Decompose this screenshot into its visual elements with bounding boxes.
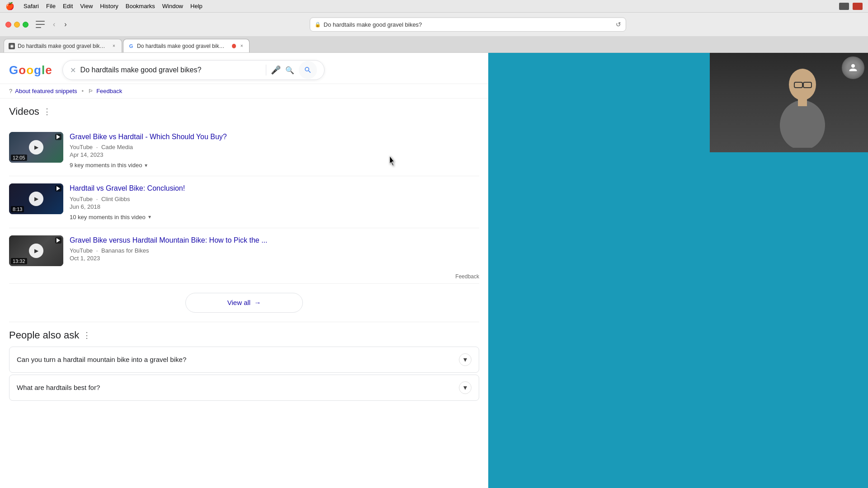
yt-badge-1 (55, 134, 61, 140)
yt-badge-2 (55, 185, 61, 192)
video-meta-2: YouTube · Clint Gibbs (70, 196, 479, 202)
search-divider (266, 65, 266, 75)
tab-1[interactable]: ◉ Do hardtails make good gravel bikes? × (4, 39, 122, 52)
video-channel-2: Clint Gibbs (101, 196, 130, 202)
webcam-content (710, 53, 868, 152)
search-box[interactable]: ✕ Do hardtails make good gravel bikes? 🎤… (62, 60, 325, 80)
key-moments-1[interactable]: 9 key moments in this video ▾ (70, 162, 479, 169)
key-moments-label-1: 9 key moments in this video (70, 162, 142, 169)
search-clear-icon[interactable]: ✕ (70, 66, 76, 75)
menubar-view[interactable]: View (80, 3, 93, 9)
search-submit-button[interactable] (299, 61, 317, 79)
search-mic-icon[interactable]: 🎤 (271, 65, 281, 75)
video-date-3: Oct 1, 2023 (70, 255, 479, 262)
menubar-bookmarks[interactable]: Bookmarks (126, 3, 155, 9)
forward-button[interactable]: › (61, 19, 69, 30)
snippet-bar: ? About featured snippets • 🏳 Feedback (0, 84, 488, 99)
menubar-help[interactable]: Help (190, 3, 203, 9)
traffic-lights (5, 22, 28, 28)
video-thumbnail-2[interactable]: ▶ 8:13 (9, 183, 63, 214)
paa-menu-icon[interactable]: ⋮ (83, 331, 91, 339)
tab-2-close[interactable]: × (239, 43, 245, 49)
videos-menu-icon[interactable]: ⋮ (43, 108, 51, 116)
video-channel-1: Cade Media (101, 144, 133, 150)
menubar-file[interactable]: File (46, 3, 56, 9)
view-all-container: View all → (9, 283, 479, 322)
view-all-label: View all (227, 299, 250, 306)
tab-1-label: Do hardtails make good gravel bikes? (18, 43, 108, 49)
play-button-3[interactable]: ▶ (29, 244, 43, 258)
feedback-inline[interactable]: Feedback (9, 273, 479, 280)
tabs-bar: ◉ Do hardtails make good gravel bikes? ×… (0, 36, 868, 52)
question-icon: ? (9, 88, 12, 94)
back-button[interactable]: ‹ (50, 19, 58, 30)
minimize-button[interactable] (14, 22, 20, 28)
menubar-edit[interactable]: Edit (63, 3, 73, 9)
key-moments-2[interactable]: 10 key moments in this video ▾ (70, 214, 479, 221)
tab-1-favicon: ◉ (9, 43, 15, 49)
logo-o1: o (19, 63, 25, 77)
menubar-safari[interactable]: Safari (24, 3, 39, 9)
video-info-2: Hardtail vs Gravel Bike: Conclusion! You… (70, 183, 479, 220)
right-panel (488, 53, 868, 488)
video-channel-3: Bananas for Bikes (101, 247, 149, 254)
apple-menu[interactable]: 🍎 (5, 2, 14, 10)
maximize-button[interactable] (23, 22, 28, 28)
search-lens-icon[interactable]: 🔍 (285, 66, 294, 75)
video-title-1[interactable]: Gravel Bike vs Hardtail - Which Should Y… (70, 132, 479, 142)
menubar-history[interactable]: History (100, 3, 118, 9)
menubar-right-icons (839, 3, 863, 10)
address-bar[interactable]: 🔒 Do hardtails make good gravel bikes? ↺ (310, 17, 626, 32)
video-1-bg: ▶ 12:05 (9, 132, 63, 163)
google-header: G o o g l e ✕ Do hardtails make good gra… (0, 53, 488, 84)
address-text: Do hardtails make good gravel bikes? (324, 21, 613, 28)
video-info-1: Gravel Bike vs Hardtail - Which Should Y… (70, 132, 479, 169)
webcam-overlay (710, 53, 868, 152)
paa-question-2: What are hardtails best for? (17, 384, 100, 391)
feedback-icon: 🏳 (88, 88, 94, 94)
paa-item-1[interactable]: Can you turn a hardtail mountain bike in… (9, 347, 479, 373)
video-duration-1: 12:05 (11, 155, 27, 161)
content-area: Videos ⋮ ▶ 12:05 Gravel Bike vs Hardtail… (0, 99, 488, 329)
paa-expand-2[interactable]: ▾ (459, 381, 472, 394)
video-source-2: YouTube (70, 196, 93, 202)
menubar: 🍎 Safari File Edit View History Bookmark… (0, 0, 868, 13)
key-moments-chevron-2: ▾ (148, 214, 151, 220)
paa-section: People also ask ⋮ Can you turn a hardtai… (0, 329, 488, 401)
paa-item-2[interactable]: What are hardtails best for? ▾ (9, 375, 479, 401)
video-3-bg: ▶ 13:32 (9, 235, 63, 266)
video-duration-3: 13:32 (11, 258, 27, 264)
tab-2[interactable]: G Do hardtails make good gravel bikes? –… (123, 39, 250, 52)
feedback-link[interactable]: Feedback (96, 88, 122, 94)
svg-point-4 (780, 100, 825, 148)
reload-button[interactable]: ↺ (616, 21, 621, 28)
tab-1-close[interactable]: × (111, 43, 117, 49)
key-moments-label-2: 10 key moments in this video (70, 214, 146, 221)
close-button[interactable] (5, 22, 11, 28)
play-button-2[interactable]: ▶ (29, 192, 43, 206)
webcam-profile-icon (842, 56, 864, 79)
logo-g: G (9, 63, 18, 77)
view-all-button[interactable]: View all → (185, 293, 303, 313)
video-source-1: YouTube (70, 144, 93, 150)
sidebar-toggle[interactable] (36, 21, 45, 28)
logo-e: e (45, 63, 51, 77)
video-item-2: ▶ 8:13 Hardtail vs Gravel Bike: Conclusi… (9, 176, 479, 228)
video-thumbnail-3[interactable]: ▶ 13:32 (9, 235, 63, 266)
video-meta-3: YouTube · Bananas for Bikes (70, 247, 479, 254)
paa-expand-1[interactable]: ▾ (459, 353, 472, 366)
google-logo[interactable]: G o o g l e (9, 63, 52, 77)
video-title-2[interactable]: Hardtail vs Gravel Bike: Conclusion! (70, 183, 479, 193)
video-title-3[interactable]: Gravel Bike versus Hardtail Mountain Bik… (70, 235, 479, 245)
menubar-window[interactable]: Window (162, 3, 183, 9)
tab-2-red-dot (232, 44, 236, 48)
about-featured-snippets-link[interactable]: About featured snippets (15, 88, 77, 94)
search-query-text: Do hardtails make good gravel bikes? (80, 66, 261, 74)
video-date-2: Jun 6, 2018 (70, 203, 479, 210)
video-thumbnail-1[interactable]: ▶ 12:05 (9, 132, 63, 163)
play-button-1[interactable]: ▶ (29, 140, 43, 155)
video-info-3: Gravel Bike versus Hardtail Mountain Bik… (70, 235, 479, 266)
video-duration-2: 8:13 (11, 206, 24, 212)
video-meta-1: YouTube · Cade Media (70, 144, 479, 150)
tab-2-label: Do hardtails make good gravel bikes? – G… (137, 43, 227, 49)
